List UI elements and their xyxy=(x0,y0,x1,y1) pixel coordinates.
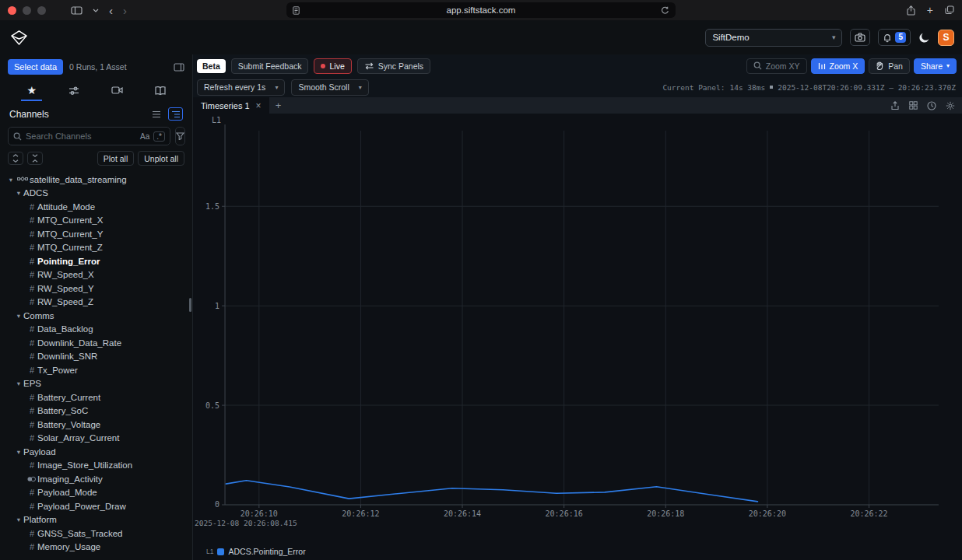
share-button[interactable]: Share ▾ xyxy=(914,58,957,74)
theme-toggle-button[interactable] xyxy=(918,32,930,44)
settings-icon[interactable] xyxy=(946,101,955,110)
numeric-channel-icon: # xyxy=(26,406,37,415)
live-dot-icon xyxy=(321,64,325,68)
history-icon[interactable] xyxy=(927,101,936,110)
expand-all-icon[interactable] xyxy=(8,152,23,165)
address-bar[interactable]: app.siftstack.com xyxy=(286,2,676,18)
tree-channel-item[interactable]: #RW_Speed_X xyxy=(0,268,192,282)
notifications-button[interactable]: 5 xyxy=(878,29,911,46)
tree-channel-item[interactable]: #GNSS_Sats_Tracked xyxy=(0,527,192,541)
tree-channel-item[interactable]: #Battery_Voltage xyxy=(0,418,192,432)
refresh-interval-select[interactable]: Refresh every 1s ▾ xyxy=(197,79,285,96)
tree-group-item[interactable]: ▾Comms xyxy=(0,309,192,323)
zoom-x-button[interactable]: Zoom X xyxy=(811,58,865,74)
forward-icon[interactable]: › xyxy=(123,5,127,16)
plot-all-button[interactable]: Plot all xyxy=(97,151,135,166)
tab-overview-icon[interactable] xyxy=(945,5,954,15)
caret-down-icon[interactable]: ▾ xyxy=(14,448,23,456)
tree-channel-item[interactable]: #Image_Store_Utilization xyxy=(0,459,192,473)
tree-channel-item[interactable]: Imaging_Activity xyxy=(0,472,192,486)
tab-timeseries-1[interactable]: Timeseries 1 × xyxy=(193,97,269,114)
satellite-icon xyxy=(16,175,30,184)
window-zoom-button[interactable] xyxy=(37,6,46,15)
caret-down-icon[interactable]: ▾ xyxy=(14,312,23,320)
sync-panels-button[interactable]: Sync Panels xyxy=(357,58,430,74)
reload-icon[interactable] xyxy=(661,6,669,15)
regex-toggle[interactable]: .* xyxy=(153,131,165,142)
tree-asset-item[interactable]: ▾satellite_data_streaming xyxy=(0,173,192,187)
tree-group-item[interactable]: ▾ADCS xyxy=(0,187,192,201)
workspace-select[interactable]: SiftDemo ▾ xyxy=(705,29,842,47)
tree-channel-item[interactable]: #Battery_Current xyxy=(0,390,192,404)
numeric-channel-icon: # xyxy=(26,284,37,293)
sift-logo[interactable] xyxy=(11,30,27,45)
scroll-mode-select[interactable]: Smooth Scroll ▾ xyxy=(291,79,368,96)
numeric-channel-icon: # xyxy=(26,257,37,266)
filter-icon[interactable] xyxy=(175,127,185,145)
timeseries-chart[interactable]: 20:26:1020:26:1220:26:1420:26:1620:26:18… xyxy=(193,114,962,560)
caret-down-icon[interactable]: ▾ xyxy=(14,380,23,387)
tree-channel-item[interactable]: #Payload_Power_Draw xyxy=(0,499,192,513)
tree-channel-item[interactable]: #MTQ_Current_Z xyxy=(0,241,192,255)
numeric-channel-icon: # xyxy=(26,229,37,239)
submit-feedback-button[interactable]: Submit Feedback xyxy=(231,58,309,74)
search-input[interactable] xyxy=(26,131,136,141)
caret-down-icon[interactable]: ▾ xyxy=(6,176,16,184)
layout-icon[interactable] xyxy=(909,101,918,110)
unplot-all-button[interactable]: Unplot all xyxy=(138,151,184,166)
star-icon: ★ xyxy=(26,85,37,96)
tree-channel-item[interactable]: #Data_Backlog xyxy=(0,323,192,337)
tree-channel-item[interactable]: #Pointing_Error xyxy=(0,254,192,268)
avatar[interactable]: S xyxy=(938,30,954,46)
tree-channel-item[interactable]: #Attitude_Mode xyxy=(0,200,192,214)
tab-channels[interactable]: ★ xyxy=(21,81,42,101)
tree-channel-item[interactable]: #Payload_Mode xyxy=(0,486,192,500)
close-tab-icon[interactable]: × xyxy=(256,101,262,110)
match-case-toggle[interactable]: Aa xyxy=(140,132,149,141)
tree-group-item[interactable]: ▾Platform xyxy=(0,513,192,527)
zoom-xy-button[interactable]: Zoom XY xyxy=(746,58,807,74)
tree-channel-item[interactable]: #MTQ_Current_Y xyxy=(0,227,192,241)
collapse-sidebar-icon[interactable] xyxy=(174,63,184,72)
live-button[interactable]: Live xyxy=(314,58,351,74)
page-settings-icon[interactable] xyxy=(293,6,300,15)
tree-view-icon[interactable] xyxy=(168,107,183,121)
share-page-icon[interactable] xyxy=(907,5,915,16)
browser-sidebar-icon[interactable] xyxy=(71,6,83,15)
window-minimize-button[interactable] xyxy=(23,6,31,15)
svg-text:1: 1 xyxy=(215,302,219,310)
back-icon[interactable]: ‹ xyxy=(109,5,113,16)
tree-channel-item[interactable]: #RW_Speed_Z xyxy=(0,296,192,310)
scrollbar-thumb[interactable] xyxy=(189,298,191,312)
caret-down-icon[interactable]: ▾ xyxy=(14,189,23,197)
add-panel-button[interactable]: + xyxy=(269,97,288,114)
list-view-icon[interactable] xyxy=(149,107,163,121)
tree-channel-item[interactable]: #Solar_Array_Current xyxy=(0,432,192,446)
collapse-all-icon[interactable] xyxy=(27,152,43,165)
legend-swatch xyxy=(217,548,224,555)
runs-summary: 0 Runs, 1 Asset xyxy=(69,62,127,72)
tree-group-item[interactable]: ▾Payload xyxy=(0,445,192,459)
export-icon[interactable] xyxy=(890,101,900,110)
tree-channel-item[interactable]: #Downlink_SNR xyxy=(0,350,192,364)
tab-reports[interactable] xyxy=(149,81,171,101)
tree-channel-item[interactable]: #RW_Speed_Y xyxy=(0,282,192,296)
new-tab-icon[interactable]: + xyxy=(927,5,933,16)
tree-channel-item[interactable]: #Memory_Usage xyxy=(0,541,192,555)
chart-legend[interactable]: L1 ADCS.Pointing_Error xyxy=(206,547,306,556)
capture-button[interactable] xyxy=(850,29,870,46)
select-data-button[interactable]: Select data xyxy=(8,59,63,75)
pan-button[interactable]: Pan xyxy=(869,58,910,74)
window-close-button[interactable] xyxy=(8,6,16,15)
tab-group-chevron-icon[interactable] xyxy=(93,9,99,12)
tab-video[interactable] xyxy=(106,81,128,101)
tree-channel-item[interactable]: #MTQ_Current_X xyxy=(0,214,192,228)
separator-dot xyxy=(770,86,773,89)
svg-text:20:26:22: 20:26:22 xyxy=(850,509,887,518)
tree-group-item[interactable]: ▾EPS xyxy=(0,377,192,391)
tree-channel-item[interactable]: #Battery_SoC xyxy=(0,404,192,418)
tree-channel-item[interactable]: #Downlink_Data_Rate xyxy=(0,336,192,350)
tab-rules[interactable] xyxy=(63,81,85,101)
caret-down-icon[interactable]: ▾ xyxy=(14,516,23,523)
tree-channel-item[interactable]: #Tx_Power xyxy=(0,363,192,377)
